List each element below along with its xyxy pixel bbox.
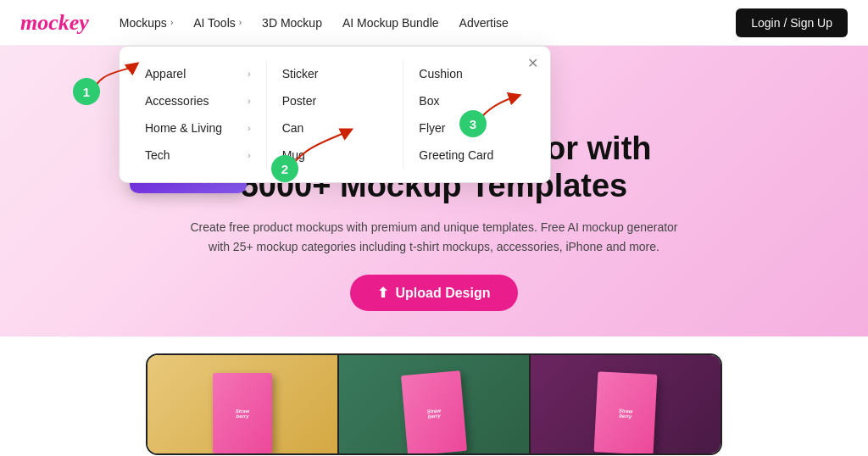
gallery-section: Strawberry Strawberry Strawberry xyxy=(0,336,868,455)
login-button[interactable]: Login / Sign Up xyxy=(736,8,848,37)
indicator-3: 3 xyxy=(459,110,487,137)
dropdown-item-apparel[interactable]: Apparel › xyxy=(136,60,259,87)
dropdown-close-button[interactable]: ✕ xyxy=(527,55,538,71)
indicator-2: 2 xyxy=(271,155,298,182)
nav-advertise[interactable]: Advertise xyxy=(459,16,509,30)
nav-ai-tools[interactable]: AI Tools › xyxy=(193,16,242,30)
dropdown-item-accessories[interactable]: Accessories › xyxy=(136,87,259,114)
chevron-right-icon: › xyxy=(248,123,251,133)
nav-mockups[interactable]: Mockups › xyxy=(120,16,173,30)
chevron-down-icon: › xyxy=(239,18,242,27)
chevron-down-icon: › xyxy=(170,18,173,27)
hero-subtitle: Create free product mockups with premium… xyxy=(180,218,688,256)
dropdown-item-home-living[interactable]: Home & Living › xyxy=(136,114,259,142)
chevron-right-icon: › xyxy=(248,96,251,106)
nav-ai-bundle[interactable]: AI Mockup Bundle xyxy=(342,16,439,30)
dropdown-item-poster[interactable]: Poster xyxy=(274,87,397,114)
main-nav: Mockups › AI Tools › 3D Mockup AI Mockup… xyxy=(120,16,509,30)
gallery-container: Strawberry Strawberry Strawberry xyxy=(146,353,722,455)
dropdown-item-sticker[interactable]: Sticker xyxy=(274,60,397,87)
dropdown-item-tech[interactable]: Tech › xyxy=(136,142,259,169)
dropdown-item-greeting-card[interactable]: Greeting Card xyxy=(410,142,533,169)
gallery-item-2: Strawberry xyxy=(339,355,531,453)
dropdown-col-categories: Apparel › Accessories › Home & Living › … xyxy=(136,60,259,169)
upload-icon: ⬆ xyxy=(377,285,388,301)
gallery-item-1: Strawberry xyxy=(147,355,339,453)
nav-3d-mockup[interactable]: 3D Mockup xyxy=(262,16,322,30)
mockups-dropdown: ✕ Apparel › Accessories › Home & Living … xyxy=(119,46,551,183)
product-box-1: Strawberry xyxy=(213,373,272,453)
dropdown-col-products-1: Sticker Poster Can Mug xyxy=(274,60,397,169)
product-box-3: Strawberry xyxy=(594,371,658,453)
chevron-right-icon: › xyxy=(248,69,251,79)
dropdown-item-cushion[interactable]: Cushion xyxy=(410,60,533,87)
chevron-right-icon: › xyxy=(248,150,251,160)
dropdown-item-can[interactable]: Can xyxy=(274,114,397,142)
gallery-item-3: Strawberry xyxy=(531,355,721,453)
logo[interactable]: mockey xyxy=(20,10,89,36)
header: mockey Mockups › AI Tools › 3D Mockup AI… xyxy=(0,0,868,46)
product-box-2: Strawberry xyxy=(401,370,467,453)
indicator-1: 1 xyxy=(73,78,100,105)
upload-design-button[interactable]: ⬆ Upload Design xyxy=(350,275,517,311)
